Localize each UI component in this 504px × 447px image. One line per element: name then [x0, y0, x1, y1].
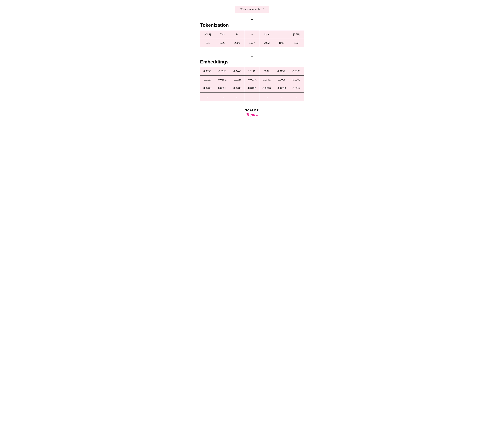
embed-cell-2-6: -0.0352,: [289, 84, 304, 92]
token-cell-1-5: 1012: [274, 39, 289, 47]
embed-cell-3-5: ...: [274, 92, 289, 101]
embed-cell-0-6: -0.0788,: [289, 67, 304, 76]
embed-cell-3-4: ...: [259, 92, 274, 101]
embed-row-1: -0.0123,0.0151,-0.0236-0.0037,0.0057,-0.…: [200, 76, 304, 84]
arrow-to-embeddings: [251, 52, 253, 57]
embed-cell-3-6: ...: [289, 92, 304, 101]
token-cell-0-4: input: [259, 30, 274, 39]
token-cell-1-6: 102: [289, 39, 304, 47]
embed-cell-0-1: -0.0558,: [215, 67, 230, 76]
tokenization-title-col: Tokenization: [200, 22, 229, 29]
embed-cell-1-4: 0.0057,: [259, 76, 274, 84]
brand-scaler-text: SCALER: [245, 109, 259, 112]
embed-cell-0-2: -0.0440,: [230, 67, 245, 76]
tokenization-table: [CLS]Thisisainput.[SEP]10120232003103779…: [200, 30, 304, 47]
embed-cell-2-4: -0.0016,: [259, 84, 274, 92]
embed-cell-0-3: 0.0119,: [245, 67, 259, 76]
arrow-line-1: [252, 15, 252, 19]
embed-row-0: 0.0390,-0.0558,-0.0440,0.0119,0069,0.019…: [200, 67, 304, 76]
arrow-head-1: [251, 19, 253, 21]
embed-cell-1-6: 0.0202: [289, 76, 304, 84]
embeddings-header-row: Embeddings: [200, 59, 304, 66]
token-cell-0-1: This: [215, 30, 230, 39]
token-cell-1-2: 2003: [230, 39, 245, 47]
embed-cell-2-0: 0.0208,: [200, 84, 215, 92]
page-container: "This is a input text." Tokenization [CL…: [200, 6, 304, 117]
embed-cell-0-5: 0.0199,: [274, 67, 289, 76]
embed-cell-2-2: -0.0283,: [230, 84, 245, 92]
arrow-to-tokenization: [251, 15, 253, 21]
token-row-1: 10120232003103779531012102: [200, 39, 304, 47]
embed-cell-3-2: ...: [230, 92, 245, 101]
embed-cell-3-3: ...: [245, 92, 259, 101]
tokenization-table-wrapper: [CLS]Thisisainput.[SEP]10120232003103779…: [200, 30, 304, 47]
embeddings-title: Embeddings: [200, 59, 229, 65]
top-arrow-area: [200, 14, 304, 22]
token-cell-0-2: is: [230, 30, 245, 39]
token-cell-0-3: a: [245, 30, 259, 39]
embed-cell-1-5: -0.0095,: [274, 76, 289, 84]
arrow-head-2: [251, 55, 253, 57]
embeddings-table-wrapper: 0.0390,-0.0558,-0.0440,0.0119,0069,0.019…: [200, 67, 304, 101]
embed-cell-1-2: -0.0236: [230, 76, 245, 84]
embed-cell-0-0: 0.0390,: [200, 67, 215, 76]
embed-cell-2-5: -0.0099: [274, 84, 289, 92]
embed-cell-1-3: -0.0037,: [245, 76, 259, 84]
embed-cell-3-0: ...: [200, 92, 215, 101]
token-cell-0-6: [SEP]: [289, 30, 304, 39]
arrow-line-2: [252, 52, 252, 55]
token-cell-1-3: 1037: [245, 39, 259, 47]
token-cell-0-5: .: [274, 30, 289, 39]
embed-row-3: ......................: [200, 92, 304, 101]
tokenization-title: Tokenization: [200, 22, 229, 28]
token-cell-0-0: [CLS]: [200, 30, 215, 39]
token-cell-1-1: 2023: [215, 39, 230, 47]
embed-cell-0-4: 0069,: [259, 67, 274, 76]
input-text-box: "This is a input text.": [235, 6, 269, 13]
embeddings-section: Embeddings 0.0390,-0.0558,-0.0440,0.0119…: [200, 59, 304, 102]
embed-row-2: 0.0208,0.0031,-0.0283,-0.0402,-0.0016,-0…: [200, 84, 304, 92]
tokenization-header-row: Tokenization: [200, 22, 304, 29]
embed-cell-1-1: 0.0151,: [215, 76, 230, 84]
embed-cell-3-1: ....: [215, 92, 230, 101]
embeddings-title-col: Embeddings: [200, 59, 229, 66]
branding-block: SCALER Topics: [245, 109, 259, 117]
embeddings-table: 0.0390,-0.0558,-0.0440,0.0119,0069,0.019…: [200, 67, 304, 101]
embed-cell-2-3: -0.0402,: [245, 84, 259, 92]
tokenization-section: Tokenization [CLS]Thisisainput.[SEP]1012…: [200, 22, 304, 49]
token-cell-1-4: 7953: [259, 39, 274, 47]
token-cell-1-0: 101: [200, 39, 215, 47]
embed-cell-2-1: 0.0031,: [215, 84, 230, 92]
token-row-0: [CLS]Thisisainput.[SEP]: [200, 30, 304, 39]
arrow-area-2: [200, 50, 304, 59]
embed-cell-1-0: -0.0123,: [200, 76, 215, 84]
brand-topics-text: Topics: [246, 112, 258, 117]
